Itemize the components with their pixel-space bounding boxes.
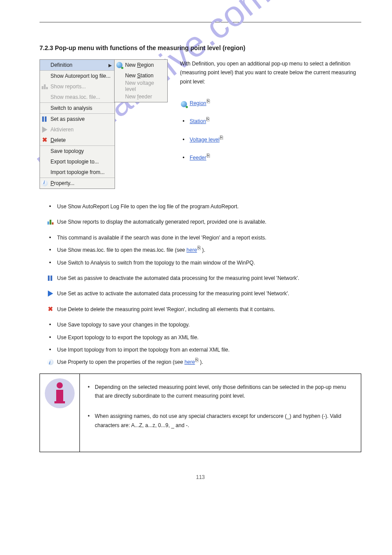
divider (40, 22, 361, 22)
globe-icon (181, 101, 187, 107)
body-item-delete: ✖ Use Delete to delete the measuring poi… (40, 305, 361, 314)
submenu-definition: New Region New Station New voltage level (114, 59, 168, 102)
body-item-save-topo: Use Save topology to save your changes i… (40, 320, 361, 329)
menu-import-topology[interactable]: Import topologie from... (40, 167, 115, 178)
body-item-reports: Use Show reports to display the automati… (40, 218, 361, 226)
link-property-here[interactable]: here (184, 359, 195, 365)
submenu-new-feeder: New feeder (115, 91, 167, 102)
submenu-new-voltage: New voltage level (115, 81, 167, 91)
bars-icon (47, 219, 54, 225)
menu-export-topology[interactable]: Export topologie to... (40, 156, 115, 167)
pause-icon (48, 276, 53, 281)
menu-property[interactable]: Property... (40, 178, 115, 189)
menu-delete[interactable]: ✖ Delete (40, 135, 115, 145)
body-item-passive: Use Set as passive to deactivate the aut… (40, 274, 361, 283)
body-item-import-topo: Use Import topology from to import the t… (40, 345, 361, 354)
body-item-meas: Use Show meas.loc. file to open the meas… (40, 246, 361, 254)
bars-icon (42, 84, 48, 89)
svg-point-0 (57, 382, 63, 388)
section-heading: 7.2.3 Pop-up menu with functions of the … (40, 44, 361, 51)
menu-show-autoreport[interactable]: Show Autoreport log file... (40, 70, 115, 81)
menu-definition[interactable]: Definition ▶ New Region New Station (40, 60, 115, 70)
body-item-autoreport: Use Show AutoReport Log File to open the… (40, 202, 361, 211)
menu-passive[interactable]: Set as passive (40, 113, 115, 124)
note-box: Depending on the selected measuring poin… (40, 374, 361, 453)
submenu-new-station[interactable]: New Station (115, 70, 167, 81)
definition-item-region: Region⎘ (180, 99, 361, 108)
delete-icon: ✖ (42, 137, 47, 143)
info-icon (47, 359, 54, 365)
definition-item-station: Station⎘ (180, 117, 361, 126)
menu-show-meas: Show meas.loc. file... (40, 92, 115, 102)
info-icon (42, 180, 48, 186)
context-menu: Definition ▶ New Region New Station (40, 59, 167, 189)
note-item-1: Depending on the selected measuring poin… (83, 383, 356, 401)
play-icon (42, 127, 47, 133)
body-item-property: Use Property to open the properties of t… (40, 358, 361, 366)
intro-text: With Definition, you open an additional … (180, 59, 361, 86)
submenu-new-region[interactable]: New Region (115, 60, 167, 70)
menu-activate: Aktivieren (40, 124, 115, 135)
chevron-right-icon: ▶ (108, 63, 112, 68)
body-item-export-topo: Use Export topology to to export the top… (40, 333, 361, 342)
page-number: 113 (40, 474, 361, 480)
body-item-switch: Use Switch to Analysis to switch from th… (40, 258, 361, 267)
body-list: Use Show AutoReport Log File to open the… (40, 202, 361, 227)
note-item-2: When assigning names, do not use any spe… (83, 412, 356, 430)
svg-rect-2 (54, 401, 65, 403)
pause-icon (42, 116, 47, 122)
svg-rect-1 (56, 390, 63, 401)
menu-switch[interactable]: Switch to analysis (40, 102, 115, 113)
link-station[interactable]: Station (190, 118, 206, 124)
link-region[interactable]: Region (190, 100, 206, 106)
link-meas-here[interactable]: here (187, 247, 197, 253)
definition-item-feeder: Feeder⎘ (180, 154, 361, 162)
play-icon (48, 290, 53, 297)
menu-show-reports: Show reports... (40, 81, 115, 92)
info-icon-large (45, 378, 75, 408)
menu-save-topology[interactable]: Save topology (40, 145, 115, 156)
definition-list: Region⎘ Station⎘ Voltage level⎘ Feeder⎘ (180, 99, 361, 162)
body-item-search: This command is available if the search … (40, 233, 361, 242)
body-item-activate: Use Set as active to activate the automa… (40, 289, 361, 298)
link-feeder[interactable]: Feeder (190, 155, 206, 161)
link-voltage[interactable]: Voltage level (190, 137, 219, 143)
delete-icon: ✖ (48, 306, 53, 312)
definition-item-voltage: Voltage level⎘ (180, 136, 361, 144)
globe-icon (116, 62, 122, 68)
